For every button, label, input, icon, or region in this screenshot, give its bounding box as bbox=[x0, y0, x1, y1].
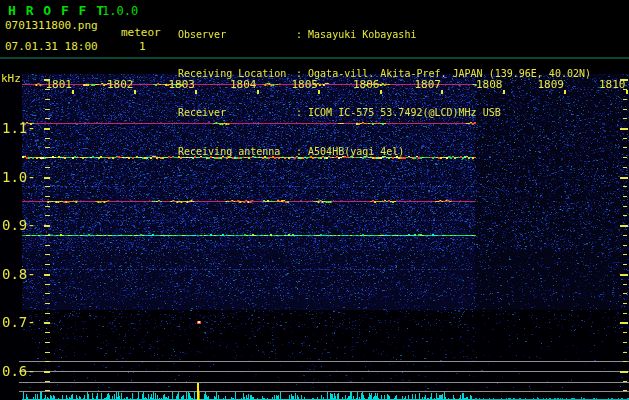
info-row-observer: Observer: Masayuki Kobayashi bbox=[178, 28, 591, 41]
time-tick-label: 1810 bbox=[598, 78, 626, 91]
time-tick-label: 1802 bbox=[106, 78, 134, 91]
output-filename: 0701311800.png bbox=[5, 19, 98, 32]
hrofft-screen: H R O F F T 1.0.0 0701311800.png 07.01.3… bbox=[0, 0, 629, 400]
freq-tick-label: 0.8- bbox=[2, 266, 42, 282]
time-tick-label: 1805 bbox=[290, 78, 318, 91]
meteor-count-value: 1 bbox=[139, 40, 146, 53]
freq-axis-unit: kHz bbox=[1, 72, 21, 85]
freq-tick-label: 1.1- bbox=[2, 120, 42, 136]
station-info: Observer: Masayuki Kobayashi Receiving L… bbox=[178, 2, 591, 184]
observation-datetime: 07.01.31 18:00 bbox=[5, 40, 98, 53]
freq-tick-label: 0.9- bbox=[2, 217, 42, 233]
meteor-count-label: meteor bbox=[121, 26, 161, 39]
freq-tick-label: 1.0- bbox=[2, 169, 42, 185]
info-row-receiver: Receiver: ICOM IC-575 53.7492(@LCD)MHz U… bbox=[178, 106, 591, 119]
time-tick-label: 1807 bbox=[413, 78, 441, 91]
app-version: 1.0.0 bbox=[102, 4, 138, 18]
time-tick-label: 1803 bbox=[167, 78, 195, 91]
freq-tick-label: 0.6- bbox=[2, 363, 42, 379]
app-title: H R O F F T bbox=[8, 3, 105, 18]
freq-tick-label: 0.7- bbox=[2, 314, 42, 330]
time-tick-label: 1804 bbox=[229, 78, 257, 91]
header-separator bbox=[0, 57, 629, 59]
info-row-antenna: Receiving antenna: A504HB(yagi 4el) bbox=[178, 145, 591, 158]
time-tick-label: 1808 bbox=[475, 78, 503, 91]
time-tick-label: 1809 bbox=[536, 78, 564, 91]
time-tick-label: 1806 bbox=[352, 78, 380, 91]
time-tick-label: 1801 bbox=[44, 78, 72, 91]
